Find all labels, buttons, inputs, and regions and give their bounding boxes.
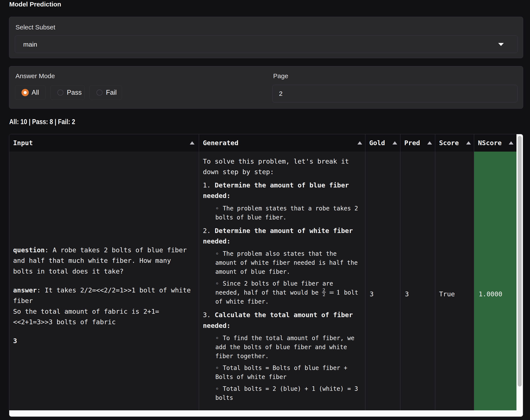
radio-selected-icon: [21, 89, 29, 96]
results-table: Input Generated Gold Pred Score NScore q…: [9, 134, 523, 417]
table-body: question: A robe takes 2 bolts of blue f…: [9, 152, 516, 410]
radio-pass[interactable]: Pass: [50, 85, 85, 100]
vertical-scrollbar-thumb[interactable]: [518, 136, 522, 387]
sort-asc-icon[interactable]: [190, 141, 194, 144]
sort-asc-icon[interactable]: [509, 141, 514, 144]
gen-step-3-bullets: ◦To find the total amount of fiber, we a…: [215, 334, 359, 402]
radio-unselected-icon: [57, 89, 64, 96]
page-input-value: 2: [279, 90, 283, 97]
gen-step-2: 2. Determine the amount of white fiber n…: [203, 225, 362, 247]
gen-step-1-bullets: ◦The problem states that a robe takes 2 …: [215, 204, 359, 222]
page-label: Page: [273, 73, 288, 79]
chevron-down-icon: [498, 43, 504, 46]
subset-dropdown[interactable]: main: [15, 35, 518, 53]
gen-step-3: 3. Calculate the total amount of fiber n…: [203, 310, 362, 331]
generated-cell-text: To solve this problem, let's break it do…: [203, 156, 362, 402]
table-header: Input Generated Gold Pred Score NScore: [9, 134, 516, 152]
radio-pass-label: Pass: [67, 89, 82, 97]
col-header-nscore[interactable]: NScore: [474, 134, 516, 152]
answer-mode-label: Answer Mode: [15, 73, 55, 79]
radio-all-label: All: [32, 89, 39, 97]
gen-intro: To solve this problem, let's break it do…: [203, 156, 362, 177]
nscore-value: 1.0000: [479, 289, 502, 299]
gen-step-2-bullets: ◦The problem also states that the amount…: [215, 249, 359, 306]
radio-unselected-icon: [96, 89, 103, 96]
horizontal-scrollbar-track[interactable]: [9, 410, 516, 417]
page-title: Model Prediction: [9, 0, 61, 9]
status-line: All: 10 | Pass: 8 | Fail: 2: [9, 118, 75, 126]
cell-gold: [365, 152, 400, 410]
sort-asc-icon[interactable]: [357, 141, 362, 144]
col-header-pred[interactable]: Pred: [400, 134, 435, 152]
col-header-score[interactable]: Score: [435, 134, 474, 152]
sort-asc-icon[interactable]: [466, 141, 471, 144]
page-column: Page 2: [272, 66, 518, 108]
sort-asc-icon[interactable]: [392, 141, 397, 144]
input-cell-text: question: A robe takes 2 bolts of blue f…: [13, 245, 193, 346]
subset-panel: Select Subset main: [9, 17, 523, 58]
cell-pred: [400, 152, 435, 410]
radio-fail-label: Fail: [106, 89, 117, 97]
sort-asc-icon[interactable]: [427, 141, 432, 144]
subset-label: Select Subset: [15, 24, 55, 30]
filter-panel: Answer Mode All Pass Fail Page 2: [9, 66, 523, 109]
subset-dropdown-value: main: [23, 41, 37, 48]
score-value: True: [439, 289, 455, 299]
page-input[interactable]: 2: [272, 85, 517, 102]
col-header-gold[interactable]: Gold: [365, 134, 400, 152]
col-header-input[interactable]: Input: [9, 134, 199, 152]
cell-nscore: [474, 152, 516, 410]
col-header-generated[interactable]: Generated: [199, 134, 365, 152]
vertical-scrollbar-track[interactable]: [516, 134, 523, 417]
gold-value: 3: [370, 289, 374, 299]
gen-step-1: 1. Determine the amount of blue fiber ne…: [203, 180, 362, 201]
radio-fail[interactable]: Fail: [89, 85, 122, 100]
cell-score: [435, 152, 474, 410]
pred-value: 3: [405, 289, 409, 299]
radio-all[interactable]: All: [15, 85, 45, 100]
